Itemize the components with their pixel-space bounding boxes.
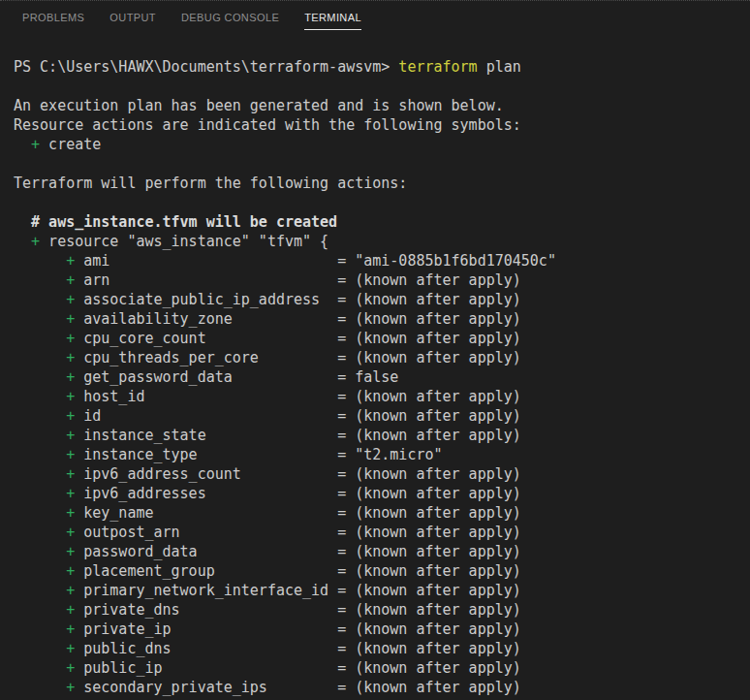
panel-tab-bar: PROBLEMS OUTPUT DEBUG CONSOLE TERMINAL [0,1,750,35]
tab-terminal[interactable]: TERMINAL [292,3,374,33]
terminal-line: + resource "aws_instance" "tfvm" { [14,232,750,251]
terminal-line: + private_dns = (known after apply) [14,600,750,620]
tab-output[interactable]: OUTPUT [97,3,169,33]
terminal-line [14,154,750,174]
terminal-line: + secondary_private_ips = (known after a… [14,678,750,697]
terminal-line: + public_dns = (known after apply) [14,639,750,658]
terminal-line: + instance_type = "t2.micro" [14,445,750,464]
terminal-line: Terraform will perform the following act… [14,174,750,193]
terminal-line: + get_password_data = false [14,367,750,387]
terminal-line: PS C:\Users\HAWX\Documents\terraform-aws… [14,57,750,77]
terminal-line: + arn = (known after apply) [14,270,750,290]
terminal-line: + ipv6_addresses = (known after apply) [14,484,750,503]
terminal-line: + ipv6_address_count = (known after appl… [14,464,750,484]
terminal-line: + cpu_threads_per_core = (known after ap… [14,348,750,367]
terminal-line [14,193,750,212]
terminal-line: An execution plan has been generated and… [14,96,750,115]
terminal-line [14,77,750,96]
terminal-line: + outpost_arn = (known after apply) [14,523,750,542]
terminal-output[interactable]: PS C:\Users\HAWX\Documents\terraform-aws… [0,35,750,697]
bottom-panel: PROBLEMS OUTPUT DEBUG CONSOLE TERMINAL P… [0,0,750,700]
terminal-line: + id = (known after apply) [14,406,750,426]
terminal-line: Resource actions are indicated with the … [14,115,750,135]
terminal-line: + associate_public_ip_address = (known a… [14,290,750,309]
tab-debug-console[interactable]: DEBUG CONSOLE [169,3,292,33]
terminal-line: + ami = "ami-0885b1f6bd170450c" [14,251,750,270]
terminal-line: + primary_network_interface_id = (known … [14,581,750,600]
terminal-line: + create [14,135,750,154]
terminal-line: + key_name = (known after apply) [14,503,750,523]
terminal-line: + instance_state = (known after apply) [14,426,750,445]
terminal-line: + private_ip = (known after apply) [14,620,750,639]
terminal-line: + host_id = (known after apply) [14,387,750,406]
terminal-line: + public_ip = (known after apply) [14,658,750,678]
terminal-line: # aws_instance.tfvm will be created [14,212,750,232]
terminal-line: + cpu_core_count = (known after apply) [14,329,750,348]
terminal-line: + placement_group = (known after apply) [14,561,750,581]
terminal-line: + password_data = (known after apply) [14,542,750,561]
tab-problems[interactable]: PROBLEMS [10,3,97,33]
terminal-line: + availability_zone = (known after apply… [14,309,750,329]
